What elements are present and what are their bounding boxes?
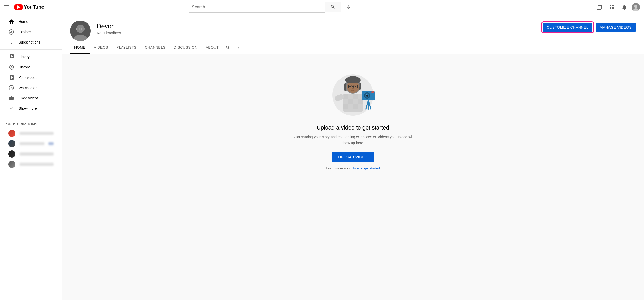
create-icon xyxy=(597,4,603,10)
svg-rect-15 xyxy=(343,104,348,109)
subscription-item-1[interactable] xyxy=(2,128,60,139)
nav-right xyxy=(595,2,640,12)
sub-label-4 xyxy=(20,163,54,166)
tab-about[interactable]: ABOUT xyxy=(201,41,223,54)
bell-icon xyxy=(621,4,628,10)
channel-tabs-wrapper: HOME VIDEOS PLAYLISTS CHANNELS DISCUSSIO… xyxy=(62,41,644,54)
mic-button[interactable] xyxy=(343,2,353,12)
svg-point-1 xyxy=(634,5,637,8)
search-icon xyxy=(330,4,335,10)
your-videos-icon xyxy=(8,74,14,81)
mic-icon xyxy=(346,4,351,10)
subscriptions-label: SUBSCRIPTIONS xyxy=(0,118,62,128)
subscription-item-2[interactable] xyxy=(2,139,60,149)
avatar-image xyxy=(632,3,640,11)
manage-videos-button[interactable]: MANAGE VIDEOS xyxy=(596,23,636,32)
subscription-item-3[interactable] xyxy=(2,149,60,159)
sidebar-divider-1 xyxy=(0,49,62,50)
sub-thumb-4 xyxy=(8,161,15,168)
explore-icon xyxy=(8,29,14,35)
channel-header: Devon No subscribers CUSTOMIZE CHANNEL M… xyxy=(62,14,644,41)
channel-content-area: Upload a video to get started Start shar… xyxy=(62,54,644,183)
sidebar-item-explore[interactable]: Explore xyxy=(2,27,60,37)
channel-actions: CUSTOMIZE CHANNEL MANAGE VIDEOS xyxy=(543,21,636,32)
create-button[interactable] xyxy=(595,2,605,12)
avatar[interactable] xyxy=(632,3,640,11)
channel-subscribers: No subscribers xyxy=(97,31,537,35)
channel-name: Devon xyxy=(97,23,537,30)
search-button[interactable] xyxy=(325,2,341,12)
sidebar-item-history[interactable]: History xyxy=(2,62,60,72)
channel-info: Devon No subscribers xyxy=(97,21,537,35)
subscription-item-4[interactable] xyxy=(2,159,60,169)
apps-icon xyxy=(609,4,615,10)
sidebar: Home Explore Subscriptions Library Histo… xyxy=(0,14,62,300)
customize-channel-button[interactable]: CUSTOMIZE CHANNEL xyxy=(543,23,592,32)
sub-label-1 xyxy=(20,132,54,135)
svg-rect-16 xyxy=(353,104,358,109)
watch-later-icon xyxy=(8,85,14,91)
tab-search-button[interactable] xyxy=(223,42,233,53)
sidebar-divider-2 xyxy=(0,116,62,116)
sub-label-3 xyxy=(20,152,54,156)
yt-logo-icon xyxy=(14,4,23,10)
tab-search-icon xyxy=(225,45,231,50)
svg-point-36 xyxy=(352,88,354,89)
search-form xyxy=(189,2,353,13)
history-icon xyxy=(8,64,14,70)
empty-state-illustration xyxy=(327,67,379,118)
nav-left: YouTube xyxy=(4,4,66,10)
search-input-wrap xyxy=(189,2,325,13)
tab-playlists[interactable]: PLAYLISTS xyxy=(112,41,141,54)
apps-button[interactable] xyxy=(607,2,617,12)
empty-state-subtitle: Start sharing your story and connecting … xyxy=(291,134,415,146)
sub-thumb-1 xyxy=(8,130,15,137)
svg-rect-24 xyxy=(371,91,374,93)
sidebar-item-library[interactable]: Library xyxy=(2,52,60,62)
sidebar-item-your-videos[interactable]: Your videos xyxy=(2,72,60,83)
svg-point-23 xyxy=(366,94,367,95)
youtube-logo[interactable]: YouTube xyxy=(14,4,44,10)
liked-videos-icon xyxy=(8,95,14,101)
channel-tabs: HOME VIDEOS PLAYLISTS CHANNELS DISCUSSIO… xyxy=(62,41,644,54)
tab-discussion[interactable]: DISCUSSION xyxy=(170,41,201,54)
tab-home[interactable]: HOME xyxy=(70,41,90,54)
sidebar-item-subscriptions[interactable]: Subscriptions xyxy=(2,37,60,47)
svg-point-34 xyxy=(349,86,351,87)
upload-video-button[interactable]: UPLOAD VIDEO xyxy=(332,152,374,162)
tab-chevron-right[interactable] xyxy=(233,42,243,53)
illustration-svg xyxy=(327,67,379,118)
svg-rect-13 xyxy=(353,94,358,99)
chevron-right-icon xyxy=(236,45,241,50)
sidebar-item-home[interactable]: Home xyxy=(2,16,60,27)
sidebar-item-liked-videos[interactable]: Liked videos xyxy=(2,93,60,103)
empty-state-title: Upload a video to get started xyxy=(317,124,389,131)
tab-videos[interactable]: VIDEOS xyxy=(90,41,112,54)
yt-logo-text: YouTube xyxy=(24,4,44,10)
main-content: Devon No subscribers CUSTOMIZE CHANNEL M… xyxy=(62,14,644,300)
channel-avatar-image xyxy=(70,21,91,41)
sub-label-2 xyxy=(20,142,44,145)
show-more-icon xyxy=(8,105,14,112)
search-input[interactable] xyxy=(189,2,325,12)
tab-channels[interactable]: CHANNELS xyxy=(141,41,170,54)
sub-thumb-3 xyxy=(8,150,15,158)
sub-thumb-2 xyxy=(8,140,15,147)
svg-point-37 xyxy=(346,78,360,83)
svg-rect-12 xyxy=(348,99,353,104)
how-to-get-started-link[interactable]: how to get started xyxy=(353,166,380,170)
svg-point-35 xyxy=(355,86,356,87)
sidebar-item-watch-later[interactable]: Watch later xyxy=(2,83,60,93)
sidebar-item-show-more[interactable]: Show more xyxy=(2,103,60,114)
library-icon xyxy=(8,54,14,60)
notifications-button[interactable] xyxy=(619,2,630,12)
subscriptions-icon xyxy=(8,39,14,45)
learn-more-text: Learn more about how to get started xyxy=(326,166,380,170)
sub-badge-2 xyxy=(48,142,54,145)
top-navigation: YouTube xyxy=(0,0,644,14)
menu-button[interactable] xyxy=(4,4,10,10)
channel-avatar xyxy=(70,21,91,41)
home-icon xyxy=(8,19,14,25)
